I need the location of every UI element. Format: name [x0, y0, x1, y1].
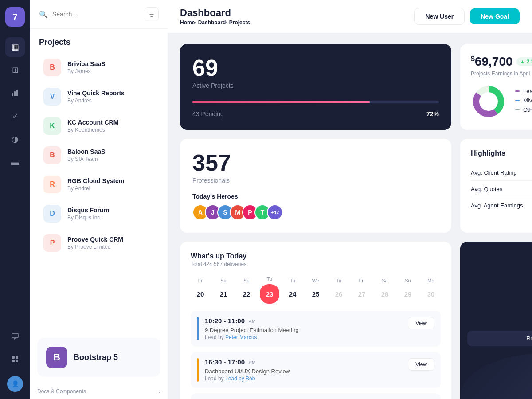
- event-lead-link[interactable]: Peter Marcus: [225, 334, 257, 340]
- event-item: 16:30 - 17:00 PM Dashboard UI/UX Design …: [191, 352, 441, 388]
- project-item[interactable]: B Briviba SaaS By James: [35, 53, 163, 82]
- report-center-button[interactable]: Report Center: [467, 331, 532, 346]
- heroes-label: Today's Heroes: [192, 193, 439, 200]
- new-goal-button[interactable]: New Goal: [470, 8, 520, 24]
- svg-rect-3: [12, 333, 18, 338]
- event-lead-link[interactable]: Lead by Bob: [225, 376, 255, 382]
- cal-day-number: 21: [215, 286, 231, 302]
- today-section: What's up Today Total 424,567 deliveries…: [180, 242, 451, 399]
- calendar-day[interactable]: We 25: [306, 278, 325, 302]
- today-title: What's up Today: [191, 252, 441, 260]
- filter-button[interactable]: [145, 7, 159, 21]
- earnings-card: $69,700 ▲ 2.2% Projects Earnings in Apri…: [460, 44, 532, 130]
- calendar-day[interactable]: Sa 28: [375, 278, 395, 302]
- sidebar-item-grid[interactable]: ⊞: [5, 60, 25, 80]
- cal-day-name: Sa: [382, 278, 387, 283]
- projects-panel: 🔍 Projects B Briviba SaaS By James V Vin…: [30, 0, 168, 399]
- sidebar-item-grid2[interactable]: [5, 349, 25, 369]
- project-item[interactable]: P Proove Quick CRM By Proove Limited: [35, 229, 163, 257]
- donut-chart: [471, 84, 506, 119]
- calendar-day[interactable]: Su 29: [398, 278, 418, 302]
- cal-day-number: 26: [331, 286, 347, 302]
- event-view-button[interactable]: View: [408, 317, 434, 329]
- active-projects-count: 69: [192, 56, 439, 79]
- project-name: Baloon SaaS: [67, 148, 154, 155]
- bootstrap-icon: B: [46, 347, 67, 368]
- project-icon: B: [43, 59, 61, 76]
- cal-day-name: Tu: [290, 278, 295, 283]
- search-input[interactable]: [52, 11, 140, 18]
- svg-rect-0: [12, 93, 13, 96]
- highlight-label: Avg. Agent Earnings: [471, 202, 523, 209]
- projects-title: Projects: [30, 29, 168, 52]
- bootstrap-label: Bootstrap 5: [74, 353, 118, 362]
- cal-day-name: Mo: [427, 278, 434, 283]
- legend-item: Others: [515, 106, 532, 113]
- calendar-day[interactable]: Tu 23: [260, 276, 279, 304]
- cal-day-number: 30: [423, 286, 439, 302]
- highlight-label: Avg. Client Rating: [471, 169, 517, 176]
- legend-item: Leaf CRM: [515, 88, 532, 94]
- project-item[interactable]: D Disqus Forum By Disqus Inc.: [35, 200, 163, 228]
- project-item[interactable]: K KC Account CRM By Keenthemes: [35, 112, 163, 140]
- event-period: PM: [249, 360, 256, 365]
- cal-day-name: Fri: [359, 278, 365, 283]
- sidebar-item-dashboard[interactable]: ▦: [5, 37, 25, 57]
- cal-day-name: Tu: [336, 278, 341, 283]
- sidebar-item-message[interactable]: [5, 326, 25, 346]
- calendar-day[interactable]: Mo 30: [421, 278, 441, 302]
- sidebar-avatar[interactable]: 7: [5, 7, 25, 27]
- event-view-button[interactable]: View: [408, 358, 434, 371]
- highlight-row: Avg. Client Rating ↗ 7.8 10: [471, 164, 532, 181]
- svg-rect-2: [16, 90, 18, 96]
- sidebar-item-layers[interactable]: ◑: [5, 129, 25, 149]
- sidebar-item-chart[interactable]: [5, 83, 25, 103]
- project-name: RGB Cloud System: [67, 177, 154, 184]
- project-author: By Disqus Inc.: [67, 215, 154, 221]
- today-subtitle: Total 424,567 deliveries: [191, 261, 441, 267]
- cal-day-number: 25: [308, 286, 324, 302]
- project-name: Disqus Forum: [67, 207, 154, 214]
- docs-link[interactable]: Docs & Components ›: [30, 384, 168, 399]
- project-author: By SIA Team: [67, 156, 154, 162]
- progress-bar: [192, 101, 370, 103]
- event-title: 9 Degree Project Estimation Meeting: [205, 327, 402, 333]
- calendar-day[interactable]: Tu 24: [283, 278, 302, 302]
- content-area: 69 Active Projects 43 Pending 72% $69,70…: [168, 33, 532, 399]
- project-author: By Andres: [67, 98, 154, 104]
- project-icon: K: [43, 117, 61, 135]
- project-name: Proove Quick CRM: [67, 236, 154, 243]
- active-projects-label: Active Projects: [192, 82, 439, 89]
- svg-rect-7: [16, 360, 18, 362]
- calendar-day[interactable]: Fr 20: [191, 278, 210, 302]
- calendar-day[interactable]: Sa 21: [214, 278, 233, 302]
- project-author: By Andrei: [67, 185, 154, 192]
- sidebar: 7 ▦ ⊞ ✓ ◑ ▬ 👤: [0, 0, 30, 399]
- project-icon: D: [43, 205, 61, 223]
- calendar-day[interactable]: Su 22: [237, 278, 256, 302]
- calendar-day[interactable]: Fri 27: [352, 278, 372, 302]
- cal-day-name: Sa: [220, 278, 226, 283]
- cal-day-number: 20: [192, 286, 208, 302]
- project-name: Briviba SaaS: [67, 60, 154, 67]
- professionals-count: 357: [192, 151, 439, 174]
- project-icon: P: [43, 234, 61, 252]
- main-content: Dashboard Home- Dashboard- Projects New …: [168, 0, 532, 399]
- heroes-avatars: AJSMPT+42: [192, 204, 439, 220]
- cal-day-number: 29: [400, 286, 416, 302]
- cal-day-name: Su: [243, 278, 249, 283]
- project-item[interactable]: R RGB Cloud System By Andrei: [35, 170, 163, 199]
- page-title: Dashboard: [180, 7, 250, 19]
- sidebar-item-briefcase[interactable]: ▬: [5, 153, 25, 172]
- professionals-label: Professionals: [192, 177, 439, 184]
- project-item[interactable]: B Baloon SaaS By SIA Team: [35, 141, 163, 169]
- sidebar-item-check[interactable]: ✓: [5, 106, 25, 126]
- new-user-button[interactable]: New User: [414, 8, 465, 25]
- project-item[interactable]: V Vine Quick Reports By Andres: [35, 82, 163, 111]
- project-icon: R: [43, 176, 61, 193]
- calendar-day[interactable]: Tu 26: [329, 278, 348, 302]
- earnings-subtitle: Projects Earnings in April: [471, 70, 532, 77]
- cal-day-number: 23: [260, 284, 279, 304]
- user-avatar-bottom[interactable]: 👤: [7, 376, 23, 392]
- event-item: 12:00 - 13:40 AM Marketing Campaign Disc…: [191, 393, 441, 399]
